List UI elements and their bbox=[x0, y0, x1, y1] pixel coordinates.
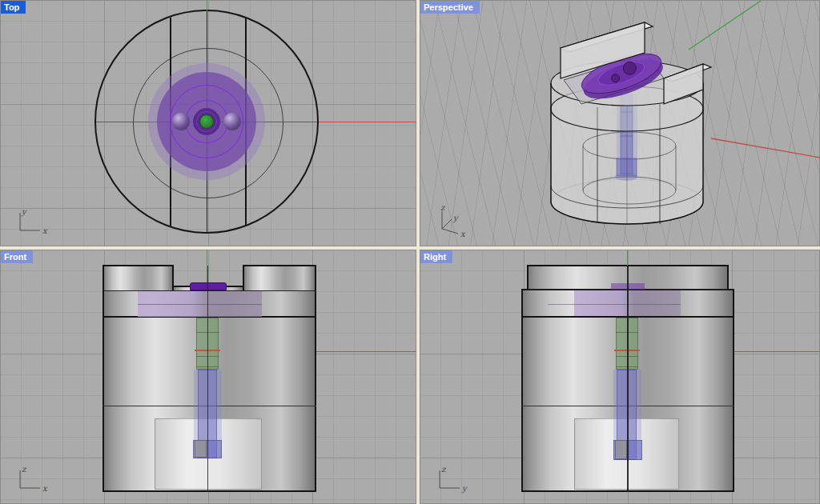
shaft-top-green[interactable] bbox=[199, 114, 214, 129]
viewport-right[interactable]: Right z y bbox=[420, 250, 820, 504]
y-axis-line bbox=[207, 0, 207, 11]
y-axis-line bbox=[689, 1, 761, 50]
perspective-axis-indicator: z y x bbox=[432, 203, 472, 240]
svg-text:x: x bbox=[460, 230, 466, 238]
shaft-foot-insert-right bbox=[615, 440, 627, 459]
right-axis-indicator: z y bbox=[432, 464, 469, 498]
gear-band-midline bbox=[138, 304, 262, 305]
viewport-top-title[interactable]: Top bbox=[1, 1, 26, 14]
model-front-shoulder-left[interactable] bbox=[102, 265, 174, 290]
x-axis-line bbox=[711, 138, 820, 158]
bearing-sphere-left[interactable] bbox=[172, 113, 190, 130]
svg-text:y: y bbox=[461, 484, 468, 494]
model-front-shoulder-right[interactable] bbox=[243, 265, 316, 290]
viewport-right-title[interactable]: Right bbox=[420, 250, 452, 263]
svg-text:z: z bbox=[22, 465, 27, 474]
svg-text:x: x bbox=[42, 226, 48, 235]
viewport-front[interactable]: Front z bbox=[0, 250, 416, 504]
top-axis-indicator: y x bbox=[13, 206, 50, 240]
z-axis-line bbox=[627, 250, 628, 266]
viewport-top[interactable]: Top bbox=[0, 0, 416, 246]
model-right-center-seam bbox=[627, 266, 629, 492]
gear-band-midline bbox=[548, 304, 681, 305]
front-axis-indicator: z x bbox=[13, 464, 50, 498]
model-top-outer-cylinder[interactable] bbox=[94, 10, 319, 234]
svg-text:z: z bbox=[441, 465, 447, 474]
gear-cap-front[interactable] bbox=[190, 282, 227, 290]
model-perspective[interactable] bbox=[420, 0, 820, 246]
bearing-sphere-right[interactable] bbox=[223, 113, 241, 130]
rhino-four-viewport-workspace: Top bbox=[0, 0, 820, 504]
viewport-front-title[interactable]: Front bbox=[1, 250, 33, 263]
svg-text:y: y bbox=[452, 214, 459, 223]
x-axis-line bbox=[734, 351, 820, 352]
svg-text:y: y bbox=[21, 207, 27, 217]
viewport-perspective[interactable]: Perspective bbox=[420, 0, 820, 246]
x-axis-line bbox=[319, 122, 416, 122]
viewport-perspective-title[interactable]: Perspective bbox=[420, 1, 480, 14]
svg-text:z: z bbox=[440, 203, 446, 212]
shaft-foot-insert-front bbox=[195, 440, 207, 458]
x-axis-line bbox=[316, 351, 416, 352]
model-front-center-seam bbox=[207, 266, 208, 492]
svg-text:x: x bbox=[42, 484, 48, 493]
